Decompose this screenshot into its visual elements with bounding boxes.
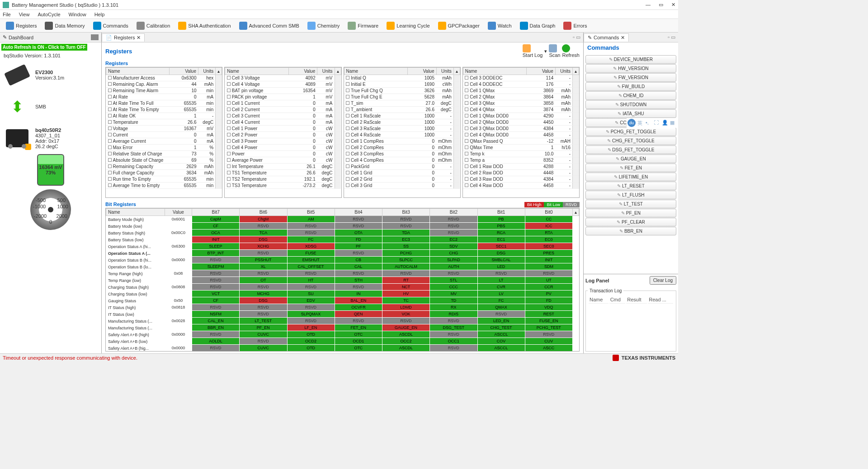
bit-row[interactable]: IT Status (high)0x0818RSVDRSVDRSVDOCVFRL… <box>106 304 579 311</box>
cmd-fw_build[interactable]: FW_BUILD <box>585 82 676 91</box>
register-row[interactable]: At Rate0mA <box>106 94 222 100</box>
bit-row[interactable]: IT Status (low)NSFMRSVDSLPQMAXQENVOKRDIS… <box>106 311 579 318</box>
bit-col-name[interactable]: Name <box>106 209 165 216</box>
register-row[interactable]: Cell 1 RaScale1000- <box>344 113 460 119</box>
register-row[interactable]: T_ambient26.6degC <box>344 107 460 113</box>
bit-row[interactable]: Battery Mode (low)CFRSVDRSVDRSVDRSVDRSVD… <box>106 223 579 230</box>
register-row[interactable]: Cell 3 DODEOC114- <box>463 75 579 81</box>
bit-registers-table[interactable]: NameValueBit7Bit6Bit5Bit4Bit3Bit2Bit1Bit… <box>105 208 580 352</box>
cmd-hw_version[interactable]: HW_VERSION <box>585 64 676 73</box>
toolbar-data-graph[interactable]: Data Graph <box>517 20 559 31</box>
register-row[interactable]: Cell 2 QMax DOD04450- <box>463 119 579 126</box>
scroll-up-icon[interactable]: ▴ <box>216 68 222 75</box>
start-log-button[interactable]: Start Log <box>523 44 543 58</box>
register-row[interactable]: Int Temperature26.1degC <box>225 164 341 170</box>
register-row[interactable]: Temp k10.0- <box>463 151 579 157</box>
register-row[interactable]: BAT pin voltage16354mV <box>225 88 341 94</box>
menu-window[interactable]: Window <box>69 12 86 17</box>
register-grid4[interactable]: NameValueUnits▴Cell 3 DODEOC114-Cell 4 D… <box>462 67 580 198</box>
col-name[interactable]: Name <box>106 68 170 75</box>
ime-overlay[interactable]: du 英 •, ⛶ 👤 ▦ <box>627 118 677 128</box>
refresh-button[interactable]: Refresh <box>562 44 580 58</box>
close-button[interactable]: ✕ <box>671 2 675 8</box>
register-row[interactable]: Current0mA <box>106 132 222 138</box>
bit-row[interactable]: Safety Alert A+B (low)AOLDLRSVDOCD2OCD1O… <box>106 338 579 345</box>
register-row[interactable]: Full charge Capacity3634mAh <box>106 170 222 176</box>
register-row[interactable]: Cell 4 DODEOC176- <box>463 81 579 88</box>
register-row[interactable]: Cell 3 Current0mA <box>225 113 341 119</box>
toolbar-firmware[interactable]: Firmware <box>344 20 382 31</box>
log-col-cmd[interactable]: Cmd <box>609 296 626 304</box>
scan-button[interactable]: Scan <box>549 44 560 58</box>
register-row[interactable]: Cell 4 Raw DOD4458- <box>463 183 579 189</box>
bit-row[interactable]: Manufacturing Status (...BBR_ENPF_ENLF_E… <box>106 324 579 331</box>
bit-row[interactable]: Operation Status A (hi...0x6300SLEEPXCHG… <box>106 243 579 250</box>
register-row[interactable]: Max Error1% <box>106 145 222 151</box>
bit-row[interactable]: Charging Status (low)VCTMCHGSUINHVMVLVPV <box>106 291 579 297</box>
col-units[interactable]: Units <box>317 68 335 75</box>
register-row[interactable]: Cell 3 Power0cW <box>225 138 341 145</box>
log-col-result[interactable]: Result <box>626 296 647 304</box>
register-row[interactable]: Cell 3 CompRes0mOhm <box>344 151 460 157</box>
close-tab-icon[interactable]: ✕ <box>137 35 141 41</box>
cmd-device_number[interactable]: DEVICE_NUMBER <box>585 55 676 64</box>
register-row[interactable]: PackGrid0- <box>344 164 460 170</box>
cmd-lt_test[interactable]: LT_TEST <box>585 200 676 208</box>
minimize-button[interactable]: — <box>646 2 651 8</box>
register-row[interactable]: Cell 2 QMax3864mAh <box>463 94 579 100</box>
bit-row[interactable]: Temp Range (low)RSVDOTHTSTHRTSTLLTUT <box>106 277 579 284</box>
panel-controls-icon[interactable]: ▫ ▭ <box>665 34 678 40</box>
register-row[interactable]: Cell 1 QMax3869mAh <box>463 88 579 94</box>
bit-row[interactable]: Operation Status B (lo...SLEEPMXLCAL_OFF… <box>106 263 579 270</box>
register-row[interactable]: Cell 4 Voltage4089mV <box>225 81 341 88</box>
scroll-up-icon[interactable]: ▴ <box>335 68 341 75</box>
cmd-pf_en[interactable]: PF_EN <box>585 209 676 217</box>
register-row[interactable]: Cell 1 Raw DOD4288- <box>463 164 579 170</box>
register-row[interactable]: Cell 2 Current0mA <box>225 107 341 113</box>
bit-row[interactable]: Safety Alert A+B (high)0x0000RSVDCUVCOTD… <box>106 331 579 338</box>
col-name[interactable]: Name <box>344 68 407 75</box>
register-row[interactable]: True Full Chg E5628mAh <box>344 94 460 100</box>
log-col-name[interactable]: Name <box>589 296 609 304</box>
bit-col-bit6[interactable]: Bit6 <box>240 209 287 216</box>
cmd-fw_version[interactable]: FW_VERSION <box>585 73 676 82</box>
register-row[interactable]: Temperature26.6degC <box>106 119 222 126</box>
toolbar-commands[interactable]: Commands <box>90 20 132 31</box>
scroll-up-icon[interactable]: ▴ <box>573 209 579 216</box>
register-row[interactable]: Initial Q1005mAh <box>344 75 460 81</box>
register-row[interactable]: Average Current0mA <box>106 138 222 145</box>
tab-registers[interactable]: 📄 Registers ✕ <box>102 33 145 42</box>
bit-col-bit1[interactable]: Bit1 <box>477 209 525 216</box>
register-row[interactable]: PACK pin voltage1mV <box>225 94 341 100</box>
col-units[interactable]: Units <box>198 68 216 75</box>
register-row[interactable]: Cell 2 CompRes0mOhm <box>344 145 460 151</box>
cmd-lt_reset[interactable]: LT_RESET <box>585 182 676 190</box>
toolbar-registers[interactable]: Registers <box>3 20 40 31</box>
toolbar-chemistry[interactable]: Chemistry <box>304 20 343 31</box>
register-row[interactable]: Cell 4 CompRes0mOhm <box>344 157 460 164</box>
register-row[interactable]: Cell 1 Power0cW <box>225 126 341 132</box>
log-col-read[interactable]: Read ... <box>648 296 673 304</box>
bit-col-bit3[interactable]: Bit3 <box>382 209 430 216</box>
col-value[interactable]: Value <box>527 68 556 75</box>
clear-log-button[interactable]: Clear Log <box>650 276 676 285</box>
col-units[interactable]: Units <box>555 68 572 75</box>
col-value[interactable]: Value <box>288 68 317 75</box>
register-grid1[interactable]: NameValueUnits▴Manufacturer Access0x6300… <box>105 67 222 198</box>
bit-row[interactable]: Gauging Status0x50CFDSGEDVBAL_ENTCTDFCFD <box>106 297 579 304</box>
register-row[interactable]: Cell 4 QMax DOD04458- <box>463 132 579 138</box>
maximize-button[interactable]: ▭ <box>659 2 663 8</box>
scroll-up-icon[interactable]: ▴ <box>453 68 460 75</box>
register-row[interactable]: Absolute State of Charge69% <box>106 157 222 164</box>
register-row[interactable]: Voltage16367mV <box>106 126 222 132</box>
bit-row[interactable]: Charging Status (high)0x0808RSVDRSVDRSVD… <box>106 284 579 291</box>
cmd-dsg_fet_toggle[interactable]: DSG_FET_TOGGLE <box>585 145 676 154</box>
toolbar-watch[interactable]: Watch <box>485 20 515 31</box>
cmd-pchg_fet_toggle[interactable]: PCHG_FET_TOGGLE <box>585 127 676 136</box>
register-row[interactable]: Manufacturer Access0x6300hex <box>106 75 222 81</box>
dashboard-tab[interactable]: ✎ DashBoard ▫ ▭ <box>0 33 101 42</box>
register-row[interactable]: TS3 Temperature-273.2degC <box>225 183 341 189</box>
register-row[interactable]: Remaining Time Alarm10min <box>106 88 222 94</box>
register-grid3[interactable]: NameValueUnits▴Initial Q1005mAhInitial E… <box>344 67 461 198</box>
register-row[interactable]: Cell 3 Grid0- <box>344 183 460 189</box>
